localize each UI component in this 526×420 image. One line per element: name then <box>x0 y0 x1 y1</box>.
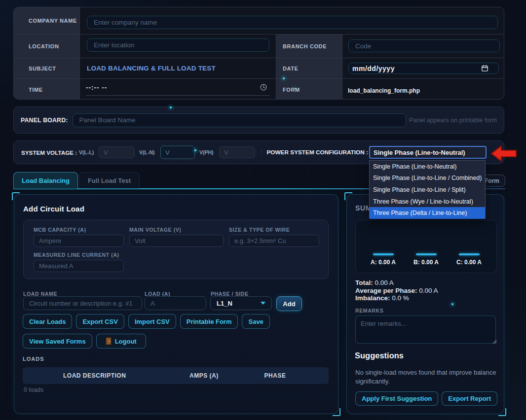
option-single-phase-ll-combined[interactable]: Single Phase (Line-to-Line / Combined) <box>370 173 485 184</box>
loads-table-header: LOAD DESCRIPTION AMPS (A) PHASE <box>23 367 329 384</box>
wire-size-input[interactable] <box>229 235 319 247</box>
summary-panel: SUMMARY A: 0.00 A B: 0.00 A C: 0.00 A To… <box>346 194 504 414</box>
form-file-value: load_balancing_form.php <box>348 87 420 94</box>
apply-first-suggestion-label: Apply First Suggestion <box>362 395 432 402</box>
date-value: mm/dd/yyyy <box>352 65 395 72</box>
main-voltage-input[interactable] <box>129 235 224 247</box>
time-value: --:-- -- <box>86 84 107 91</box>
option-three-phase-wye[interactable]: Three Phase (Wye / Line-to-Neutral) <box>370 196 485 208</box>
clock-icon <box>260 84 267 91</box>
vll-label: V(L-L) <box>79 149 94 155</box>
calendar-icon <box>482 65 488 71</box>
average-line: Average per Phase: 0.00 A <box>355 287 438 295</box>
annotation-arrow-left-icon <box>490 145 518 162</box>
vll-input[interactable] <box>99 146 135 158</box>
power-config-dropdown-popup: Single Phase (Line-to-Neutral) Single Ph… <box>369 160 486 218</box>
import-csv-label: Import CSV <box>135 318 170 325</box>
particle-dot <box>283 77 285 79</box>
chevron-down-icon <box>261 302 265 305</box>
form-label-cell: FORM <box>276 79 342 100</box>
apply-first-suggestion-button[interactable]: Apply First Suggestion <box>355 391 438 406</box>
bar-group-b: B: 0.00 A <box>412 253 441 266</box>
summary-totals: Total: 0.00 A Average per Phase: 0.00 A … <box>355 279 438 302</box>
printable-form-label: Printable Form <box>187 318 232 325</box>
wire-size-label: SIZE & TYPE OF WIRE <box>229 227 319 233</box>
printable-form-button[interactable]: Printable Form <box>180 314 238 329</box>
col-phase: PHASE <box>241 372 308 379</box>
load-name-input[interactable] <box>23 296 142 310</box>
time-input[interactable]: --:-- -- <box>86 79 270 96</box>
export-report-button[interactable]: Export Report <box>442 391 497 406</box>
time-label-cell: TIME <box>14 79 79 100</box>
bar-a <box>373 253 394 255</box>
loads-heading: LOADS <box>23 356 44 362</box>
export-csv-label: Export CSV <box>82 318 118 325</box>
logout-button[interactable]: Logout <box>96 334 146 349</box>
add-load-button[interactable]: Add <box>276 296 302 311</box>
panel-board-row: PANEL BOARD: Panel appears on printable … <box>13 106 504 134</box>
branch-code-input[interactable] <box>348 39 500 52</box>
vln-label: V(L-N) <box>139 149 155 155</box>
option-single-phase-ll-split[interactable]: Single Phase (Line-to-Line / Split) <box>370 184 485 196</box>
branch-label-cell: BRANCH CODE <box>276 35 342 58</box>
tab-full-load-test-label: Full Load Test <box>88 177 131 184</box>
bar-b-label: B: 0.00 A <box>413 259 439 266</box>
suggestions-message: No single-load moves found that improve … <box>355 368 499 386</box>
load-amps-input[interactable] <box>145 296 206 310</box>
vph-label: V(PH) <box>199 149 214 155</box>
save-button[interactable]: Save <box>242 314 269 329</box>
subject-label-cell: SUBJECT <box>14 58 79 78</box>
col-load-description: LOAD DESCRIPTION <box>23 372 166 379</box>
power-config-select[interactable]: Single Phase (Line-to-Neutral) <box>369 146 487 159</box>
panel-board-note: Panel appears on printable form <box>409 117 497 124</box>
bar-c-label: C: 0.00 A <box>456 259 482 266</box>
date-input[interactable]: mm/dd/yyyy <box>348 63 499 74</box>
company-label: COMPANY NAME <box>29 18 77 24</box>
save-label: Save <box>248 318 263 325</box>
location-label: LOCATION <box>29 43 59 49</box>
bar-group-a: A: 0.00 A <box>369 253 398 266</box>
phase-bar-chart: A: 0.00 A B: 0.00 A C: 0.00 A <box>355 220 497 273</box>
corner-bracket-bottom-right <box>498 408 506 416</box>
branch-code-label: BRANCH CODE <box>283 43 327 49</box>
suggestions-title: Suggestions <box>355 351 404 360</box>
vln-input[interactable] <box>160 146 195 159</box>
view-saved-forms-button[interactable]: View Saved Forms <box>23 334 92 349</box>
add-load-button-label: Add <box>283 300 295 308</box>
phase-side-value: L1_N <box>217 300 232 307</box>
tab-full-load-test[interactable]: Full Load Test <box>79 172 140 189</box>
location-input[interactable] <box>87 38 269 52</box>
time-label: TIME <box>29 87 43 93</box>
remarks-label: REMARKS <box>355 308 383 314</box>
view-saved-forms-label: View Saved Forms <box>29 338 86 345</box>
option-single-phase-ln[interactable]: Single Phase (Line-to-Neutral) <box>370 161 485 173</box>
clear-loads-button[interactable]: Clear Loads <box>23 314 72 329</box>
particle-dot <box>451 303 453 305</box>
subject-value: LOAD BALANCING & FULL LOAD TEST <box>87 65 216 72</box>
add-circuit-load-panel: Add Circuit Load MCB CAPACITY (A) MAIN V… <box>14 194 338 414</box>
remarks-textarea[interactable] <box>355 315 496 344</box>
bar-a-label: A: 0.00 A <box>371 259 396 266</box>
header-form-table: COMPANY NAME LOCATION SUBJECT TIME BRANC… <box>13 7 504 100</box>
mcb-capacity-input[interactable] <box>34 235 124 247</box>
power-config-selected-value: Single Phase (Line-to-Neutral) <box>374 149 465 156</box>
export-csv-button[interactable]: Export CSV <box>76 314 124 329</box>
panel-board-label: PANEL BOARD: <box>21 117 68 124</box>
add-circuit-load-title: Add Circuit Load <box>23 205 84 213</box>
company-name-input[interactable] <box>87 16 498 29</box>
date-label: DATE <box>283 66 299 71</box>
measured-current-input[interactable] <box>34 260 124 272</box>
corner-bracket-top-left <box>344 192 352 200</box>
phase-side-select[interactable]: L1_N <box>210 296 272 310</box>
import-csv-button[interactable]: Import CSV <box>128 314 176 329</box>
door-icon <box>106 337 112 345</box>
company-label-cell: COMPANY NAME <box>14 7 79 34</box>
tab-load-balancing[interactable]: Load Balancing <box>13 172 78 189</box>
vph-input[interactable] <box>219 146 255 158</box>
date-label-cell: DATE <box>276 58 342 78</box>
location-label-cell: LOCATION <box>14 35 79 58</box>
panel-board-input[interactable] <box>73 113 406 127</box>
option-three-phase-delta[interactable]: Three Phase (Delta / Line-to-Line) <box>370 207 485 219</box>
circuit-fields-panel: MCB CAPACITY (A) MAIN VOLTAGE (V) SIZE &… <box>23 220 329 279</box>
separator-colon: : <box>261 149 262 156</box>
